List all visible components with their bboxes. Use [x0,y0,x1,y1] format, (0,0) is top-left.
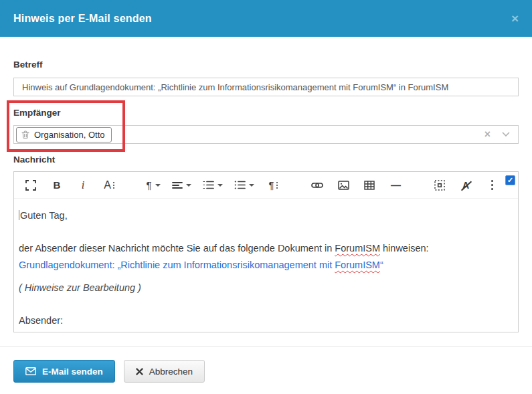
clear-formatting-button[interactable]: A [457,177,474,194]
envelope-icon [25,367,36,375]
more-options-icon [491,180,493,190]
message-label: Nachricht [13,155,519,165]
image-icon [338,181,349,190]
send-email-button[interactable]: E-Mail senden [13,360,115,383]
chevron-down-icon[interactable] [502,132,510,137]
fullscreen-button[interactable] [22,177,39,194]
trash-icon[interactable] [21,130,29,139]
fullscreen-icon [25,180,36,191]
editing-note-line: ( Hinweise zur Bearbeitung ) [19,280,510,296]
clear-formatting-icon: A [462,180,469,191]
align-left-icon [172,181,183,190]
cancel-label: Abbrechen [149,367,193,377]
italic-button[interactable]: i [74,177,92,194]
subject-label: Betreff [13,60,519,70]
checkmark-icon: ✓ [507,177,513,184]
font-size-icon: A [104,179,111,191]
font-size-dots-icon [113,182,114,189]
dropdown-caret-icon [155,184,161,187]
dialog-title: Hinweis per E-Mail senden [13,13,152,25]
dropdown-caret-icon [217,184,223,187]
editor-content[interactable]: Guten Tag, der Absender dieser Nachricht… [14,199,518,329]
recipient-tag[interactable]: Organisation, Otto [16,127,112,142]
blank-line [19,274,510,280]
dropdown-caret-icon [186,184,191,187]
dialog-header: Hinweis per E-Mail senden × [0,0,532,37]
greeting-line: Guten Tag, [19,207,510,224]
select-controls: × [484,129,510,140]
recipient-select[interactable]: Organisation, Otto × [13,125,519,144]
ordered-list-button[interactable] [201,177,224,194]
rich-text-editor: B i A ¶ [13,171,519,332]
select-all-icon [434,180,445,191]
link-icon [311,181,323,190]
spellcheck-word: ForumISM [335,260,380,270]
dialog-body: Betreff Empfänger Organisation, Otto × [0,60,532,332]
text-caret [19,210,19,220]
insert-image-button[interactable] [335,177,352,194]
bold-button[interactable]: B [48,177,66,194]
select-all-button[interactable] [431,177,448,194]
blank-line [19,296,510,312]
recipient-tag-label: Organisation, Otto [34,130,105,140]
italic-icon: i [82,179,84,191]
email-hint-dialog: Hinweis per E-Mail senden × Betreff Empf… [0,0,532,394]
font-size-button[interactable]: A [100,177,118,194]
cancel-x-icon [136,368,143,375]
close-icon[interactable]: × [511,12,519,25]
align-button[interactable] [171,177,193,194]
blank-line [19,224,510,240]
paragraph-style-button[interactable]: ¶ [264,177,282,194]
table-icon [364,181,375,190]
recipient-label: Empfänger [13,108,519,118]
spellcheck-word: ForumISM [335,243,380,254]
cancel-button[interactable]: Abbrechen [124,360,205,383]
paragraph-format-button[interactable]: ¶ [145,177,162,194]
bullet-list-button[interactable] [233,177,256,194]
editor-checkbox[interactable]: ✓ [505,175,515,185]
more-options-button[interactable] [483,177,501,194]
intro-line: der Absender dieser Nachricht möchte Sie… [19,240,510,257]
paragraph-style-icon: ¶ [268,179,274,191]
editor-toolbar: B i A ¶ [14,172,518,199]
subject-input[interactable] [13,78,519,96]
bullet-list-icon [234,180,246,190]
bold-icon: B [54,179,61,191]
insert-link-button[interactable] [308,177,326,194]
document-link[interactable]: Grundlagendokument: „Richtlinie zum Info… [19,257,510,274]
insert-table-button[interactable] [361,177,378,194]
paragraph-style-dots-icon [276,182,278,189]
sender-line: Absender: [19,312,510,329]
paragraph-icon: ¶ [146,179,151,191]
horizontal-rule-icon: — [391,179,400,191]
dialog-footer: E-Mail senden Abbrechen [0,347,532,383]
clear-selection-icon[interactable]: × [484,129,491,140]
send-email-label: E-Mail senden [42,367,103,377]
ordered-list-icon [203,180,214,190]
horizontal-rule-button[interactable]: — [387,177,404,194]
dropdown-caret-icon [249,184,254,187]
